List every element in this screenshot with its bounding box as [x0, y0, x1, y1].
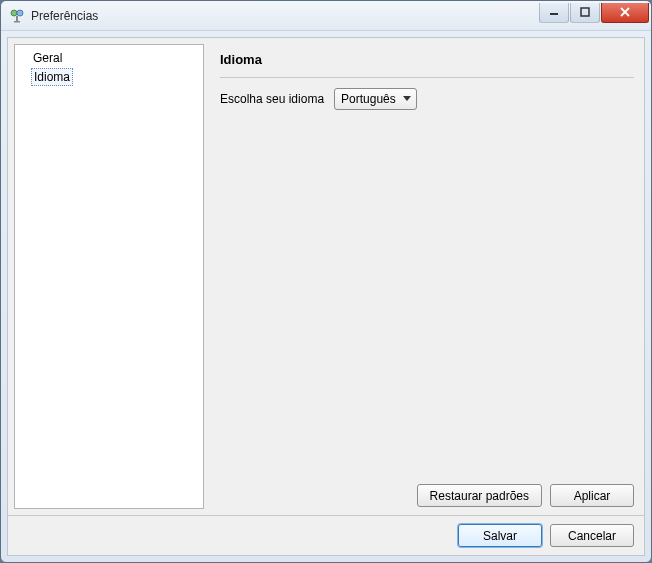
- titlebar[interactable]: Preferências: [1, 1, 651, 31]
- content: Geral Idioma Idioma Escolha seu idioma P…: [7, 37, 645, 556]
- panel-footer: Restaurar padrões Aplicar: [220, 480, 634, 509]
- preferences-window: Preferências Geral Idiom: [0, 0, 652, 563]
- restore-defaults-button[interactable]: Restaurar padrões: [417, 484, 542, 507]
- window-controls: [539, 3, 649, 23]
- language-row: Escolha seu idioma Português: [220, 88, 634, 110]
- body: Geral Idioma Idioma Escolha seu idioma P…: [8, 38, 644, 515]
- svg-point-1: [17, 10, 23, 16]
- save-button[interactable]: Salvar: [458, 524, 542, 547]
- language-label: Escolha seu idioma: [220, 92, 324, 106]
- main-panel: Idioma Escolha seu idioma Português Rest…: [204, 38, 644, 515]
- chevron-down-icon: [402, 96, 412, 102]
- svg-point-0: [11, 10, 17, 16]
- sidebar-item-idioma[interactable]: Idioma: [15, 67, 203, 87]
- maximize-button[interactable]: [570, 3, 600, 23]
- close-button[interactable]: [601, 3, 649, 23]
- spacer: [220, 110, 634, 480]
- apply-button[interactable]: Aplicar: [550, 484, 634, 507]
- svg-rect-5: [581, 8, 589, 16]
- sidebar-item-label: Geral: [31, 50, 64, 66]
- window-title: Preferências: [31, 9, 539, 23]
- cancel-button[interactable]: Cancelar: [550, 524, 634, 547]
- svg-rect-4: [550, 13, 558, 15]
- sidebar: Geral Idioma: [14, 44, 204, 509]
- sidebar-item-geral[interactable]: Geral: [15, 49, 203, 67]
- svg-marker-8: [403, 96, 411, 101]
- svg-rect-2: [16, 16, 18, 21]
- language-select[interactable]: Português: [334, 88, 417, 110]
- page-heading: Idioma: [220, 46, 634, 78]
- minimize-button[interactable]: [539, 3, 569, 23]
- sidebar-item-label: Idioma: [31, 68, 73, 86]
- language-select-value: Português: [341, 92, 396, 106]
- svg-rect-3: [14, 21, 20, 23]
- dialog-footer: Salvar Cancelar: [8, 515, 644, 555]
- app-icon: [9, 8, 25, 24]
